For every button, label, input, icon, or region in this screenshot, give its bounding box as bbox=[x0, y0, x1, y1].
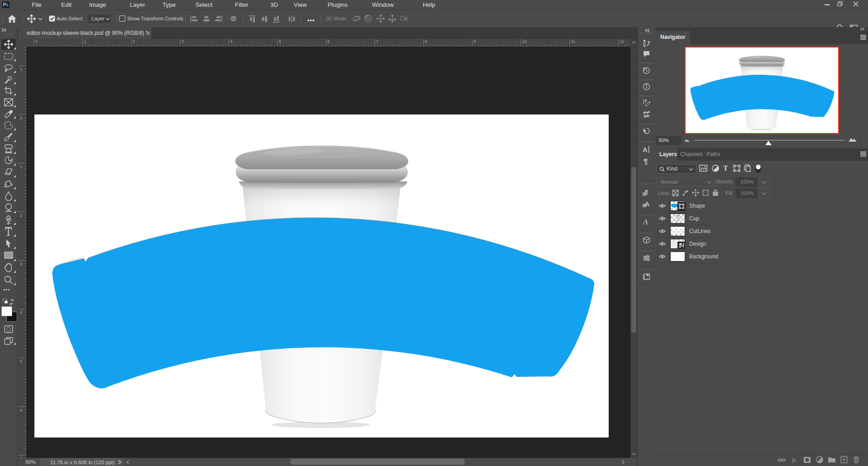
svg-text:2: 2 bbox=[20, 213, 22, 218]
svg-text:1: 1 bbox=[20, 67, 22, 71]
svg-text:9: 9 bbox=[473, 39, 476, 44]
svg-text:11: 11 bbox=[571, 39, 575, 44]
svg-text:A: A bbox=[643, 218, 648, 226]
svg-text:1: 1 bbox=[20, 165, 22, 169]
svg-text:0: 0 bbox=[35, 39, 38, 44]
svg-text:4: 4 bbox=[230, 39, 232, 44]
svg-text:6: 6 bbox=[328, 39, 330, 44]
svg-text:2: 2 bbox=[133, 39, 135, 44]
svg-text:¶: ¶ bbox=[645, 189, 648, 195]
svg-text:A: A bbox=[643, 146, 648, 153]
svg-text:6: 6 bbox=[20, 408, 22, 413]
svg-text:5: 5 bbox=[279, 39, 281, 44]
svg-text:5: 5 bbox=[20, 359, 22, 364]
svg-text:7: 7 bbox=[376, 39, 378, 44]
svg-text:4: 4 bbox=[20, 310, 22, 315]
svg-text:3: 3 bbox=[20, 262, 22, 266]
svg-text:¶: ¶ bbox=[644, 157, 648, 165]
svg-text:1: 1 bbox=[84, 39, 86, 44]
svg-text:12: 12 bbox=[620, 39, 624, 44]
svg-text:3: 3 bbox=[181, 39, 184, 44]
svg-text:10: 10 bbox=[522, 39, 527, 44]
svg-text:0: 0 bbox=[20, 116, 22, 120]
svg-text:8: 8 bbox=[425, 39, 427, 44]
